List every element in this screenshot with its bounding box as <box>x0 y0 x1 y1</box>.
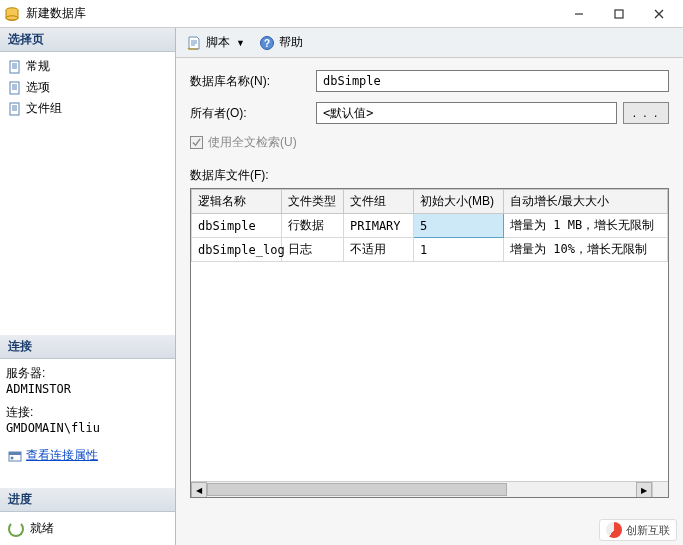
owner-input[interactable] <box>316 102 617 124</box>
cell-group[interactable]: 不适用 <box>344 238 414 262</box>
col-autogrowth[interactable]: 自动增长/最大大小 <box>504 190 668 214</box>
page-icon <box>8 60 22 74</box>
cell-type[interactable]: 日志 <box>282 238 344 262</box>
sidebar-item-general[interactable]: 常规 <box>6 56 169 77</box>
connection-value: GMDOMAIN\fliu <box>6 421 169 435</box>
sidebar-item-label: 常规 <box>26 58 50 75</box>
svg-rect-6 <box>10 61 19 73</box>
svg-rect-19 <box>9 452 21 455</box>
sidebar-item-options[interactable]: 选项 <box>6 77 169 98</box>
col-file-type[interactable]: 文件类型 <box>282 190 344 214</box>
cell-type[interactable]: 行数据 <box>282 214 344 238</box>
table-row[interactable]: dbSimple_log日志不适用1增量为 10%，增长无限制 <box>192 238 668 262</box>
horizontal-scrollbar[interactable]: ◀ ▶ <box>191 481 652 497</box>
col-logical-name[interactable]: 逻辑名称 <box>192 190 282 214</box>
svg-text:?: ? <box>264 38 270 49</box>
script-icon <box>186 35 202 51</box>
script-label: 脚本 <box>206 34 230 51</box>
view-connection-link[interactable]: 查看连接属性 <box>26 447 98 464</box>
progress-header: 进度 <box>0 488 175 512</box>
check-icon <box>192 138 201 147</box>
help-icon: ? <box>259 35 275 51</box>
server-value: ADMINSTOR <box>6 382 169 396</box>
sidebar: 选择页 常规 选项 文件组 连接 服务器: ADMINSTOR 连接: GMDO… <box>0 28 176 545</box>
scroll-left-button[interactable]: ◀ <box>191 482 207 498</box>
scroll-corner <box>652 481 668 497</box>
cell-group[interactable]: PRIMARY <box>344 214 414 238</box>
sidebar-item-label: 选项 <box>26 79 50 96</box>
fulltext-checkbox-row: 使用全文检索(U) <box>190 134 669 151</box>
files-grid: 逻辑名称 文件类型 文件组 初始大小(MB) 自动增长/最大大小 dbSimpl… <box>190 188 669 498</box>
properties-icon <box>8 449 22 463</box>
main-panel: 脚本 ▼ ? 帮助 数据库名称(N): 所有者(O): . . . <box>176 28 683 545</box>
fulltext-checkbox <box>190 136 203 149</box>
toolbar: 脚本 ▼ ? 帮助 <box>176 28 683 58</box>
titlebar: 新建数据库 <box>0 0 683 28</box>
svg-point-20 <box>11 456 14 459</box>
fulltext-label: 使用全文检索(U) <box>208 134 297 151</box>
help-label: 帮助 <box>279 34 303 51</box>
watermark-logo-icon <box>606 522 622 538</box>
scroll-right-button[interactable]: ▶ <box>636 482 652 498</box>
col-filegroup[interactable]: 文件组 <box>344 190 414 214</box>
col-initial-size[interactable]: 初始大小(MB) <box>414 190 504 214</box>
svg-rect-3 <box>615 10 623 18</box>
files-label: 数据库文件(F): <box>190 167 669 184</box>
sidebar-item-filegroups[interactable]: 文件组 <box>6 98 169 119</box>
view-connection-props[interactable]: 查看连接属性 <box>6 445 169 466</box>
scroll-thumb[interactable] <box>207 483 507 496</box>
cell-name[interactable]: dbSimple <box>192 214 282 238</box>
chevron-down-icon[interactable]: ▼ <box>234 38 247 48</box>
watermark: 创新互联 <box>599 519 677 541</box>
help-button[interactable]: ? 帮助 <box>255 32 307 53</box>
svg-rect-10 <box>10 82 19 94</box>
db-name-input[interactable] <box>316 70 669 92</box>
cell-name[interactable]: dbSimple_log <box>192 238 282 262</box>
db-name-label: 数据库名称(N): <box>190 73 316 90</box>
cell-size[interactable]: 5 <box>414 214 504 238</box>
window-title: 新建数据库 <box>26 5 559 22</box>
select-page-header: 选择页 <box>0 28 175 52</box>
owner-label: 所有者(O): <box>190 105 316 122</box>
maximize-button[interactable] <box>599 1 639 27</box>
sidebar-item-label: 文件组 <box>26 100 62 117</box>
cell-size[interactable]: 1 <box>414 238 504 262</box>
cell-growth[interactable]: 增量为 10%，增长无限制 <box>504 238 668 262</box>
cell-growth[interactable]: 增量为 1 MB，增长无限制 <box>504 214 668 238</box>
database-icon <box>4 6 20 22</box>
watermark-text: 创新互联 <box>626 523 670 538</box>
connection-label: 连接: <box>6 404 169 421</box>
progress-ring-icon <box>8 521 24 537</box>
page-icon <box>8 81 22 95</box>
svg-rect-14 <box>10 103 19 115</box>
scroll-track[interactable] <box>207 482 636 497</box>
owner-browse-button[interactable]: . . . <box>623 102 669 124</box>
status-ready: 就绪 <box>6 516 169 541</box>
minimize-button[interactable] <box>559 1 599 27</box>
status-text: 就绪 <box>30 520 54 537</box>
close-button[interactable] <box>639 1 679 27</box>
script-button[interactable]: 脚本 ▼ <box>182 32 251 53</box>
server-label: 服务器: <box>6 365 169 382</box>
table-row[interactable]: dbSimple行数据PRIMARY5增量为 1 MB，增长无限制 <box>192 214 668 238</box>
connection-header: 连接 <box>0 335 175 359</box>
page-icon <box>8 102 22 116</box>
